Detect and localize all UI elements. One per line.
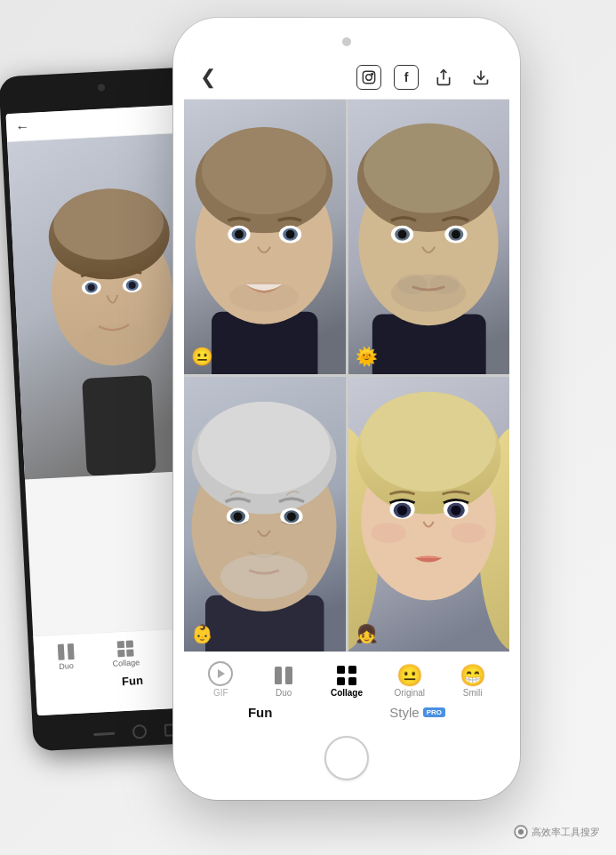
emoji-top-right: 🌞 — [356, 346, 378, 367]
svg-point-75 — [451, 506, 460, 515]
ios-bottom-labels: Fun Style PRO — [184, 701, 509, 722]
smile-icon: 😁 — [460, 663, 486, 688]
collage-label: Collage — [331, 688, 363, 698]
original-label: Original — [395, 688, 425, 698]
svg-point-51 — [429, 275, 460, 294]
android-fun-label: Fun — [122, 674, 144, 688]
svg-point-56 — [198, 402, 331, 494]
grid-cell-top-left: 😐 — [184, 100, 346, 374]
svg-point-37 — [229, 282, 300, 312]
svg-marker-78 — [218, 669, 225, 678]
android-tab-duo[interactable]: Duo — [55, 642, 76, 675]
original-icon: 😐 — [396, 663, 423, 688]
ios-screen: ❮ f — [184, 28, 509, 789]
ios-tab-collage[interactable]: Collage — [324, 663, 369, 698]
svg-point-69 — [361, 392, 496, 491]
collage-icon — [334, 663, 359, 688]
svg-point-77 — [451, 523, 485, 542]
scene: ← — [0, 0, 616, 855]
gif-icon — [208, 661, 233, 686]
emoji-bottom-left: 👶 — [191, 623, 213, 644]
android-back-icon[interactable]: ← — [15, 118, 30, 135]
grid-cell-bottom-right: 👧 — [348, 377, 510, 651]
svg-point-42 — [364, 124, 493, 213]
svg-point-22 — [366, 74, 372, 80]
svg-rect-81 — [337, 666, 345, 674]
duo-label: Duo — [276, 688, 292, 698]
svg-point-72 — [396, 506, 406, 515]
svg-rect-4 — [82, 375, 156, 476]
ios-notch — [342, 37, 351, 46]
ios-phone-inner: ❮ f — [184, 28, 509, 789]
svg-point-76 — [371, 523, 405, 542]
grid-cell-top-right: 🌞 — [348, 100, 510, 374]
svg-point-30 — [202, 127, 326, 214]
svg-point-62 — [287, 512, 296, 521]
svg-point-36 — [286, 230, 295, 239]
download-icon[interactable] — [468, 65, 493, 90]
emoji-top-left: 😐 — [191, 346, 213, 367]
ios-header: ❮ f — [184, 55, 509, 100]
svg-point-86 — [518, 829, 524, 835]
watermark: 高效率工具搜罗 — [514, 825, 600, 839]
svg-point-45 — [397, 230, 406, 239]
smile-label: Smili — [463, 688, 483, 698]
ios-tab-gif[interactable]: GIF — [198, 661, 243, 698]
ios-home-button[interactable] — [324, 736, 369, 780]
ios-home-area — [184, 727, 509, 789]
instagram-icon[interactable] — [356, 65, 381, 90]
grid-cell-bottom-left: 👶 — [184, 377, 346, 651]
ios-toolbar: GIF Duo — [184, 651, 509, 727]
svg-point-50 — [396, 275, 427, 294]
svg-rect-18 — [126, 640, 133, 647]
duo-icon — [271, 663, 296, 688]
svg-rect-79 — [275, 667, 282, 684]
gif-label: GIF — [213, 688, 228, 698]
ios-tabs: GIF Duo — [184, 661, 509, 701]
svg-rect-80 — [285, 667, 292, 684]
ios-photo-grid: 😐 — [184, 100, 509, 651]
ios-notch-area — [184, 28, 509, 55]
svg-rect-84 — [348, 677, 356, 685]
style-label: Style PRO — [389, 705, 445, 720]
svg-point-33 — [235, 230, 244, 239]
svg-rect-19 — [117, 650, 124, 657]
share-icon[interactable] — [431, 65, 456, 90]
ios-tab-duo[interactable]: Duo — [261, 663, 306, 698]
ios-phone: ❮ f — [173, 18, 520, 800]
svg-rect-16 — [67, 643, 74, 659]
svg-rect-15 — [57, 644, 64, 660]
svg-rect-17 — [117, 641, 124, 648]
svg-rect-83 — [337, 677, 345, 685]
pro-badge: PRO — [423, 707, 445, 717]
ios-tab-smile[interactable]: 😁 Smili — [451, 663, 495, 698]
svg-point-48 — [452, 230, 460, 239]
ios-back-button[interactable]: ❮ — [200, 66, 216, 89]
ios-header-right: f — [356, 65, 493, 90]
svg-point-23 — [372, 73, 373, 75]
svg-point-63 — [220, 554, 308, 599]
fun-label: Fun — [248, 705, 273, 720]
emoji-bottom-right: 👧 — [356, 623, 378, 644]
svg-rect-82 — [348, 666, 356, 674]
facebook-icon[interactable]: f — [394, 65, 419, 90]
android-tab-collage[interactable]: Collage — [111, 638, 140, 672]
ios-tab-original[interactable]: 😐 Original — [388, 663, 432, 698]
svg-rect-20 — [126, 649, 133, 656]
watermark-icon — [514, 825, 528, 839]
svg-point-59 — [234, 512, 243, 521]
ios-header-left: ❮ — [200, 66, 216, 89]
